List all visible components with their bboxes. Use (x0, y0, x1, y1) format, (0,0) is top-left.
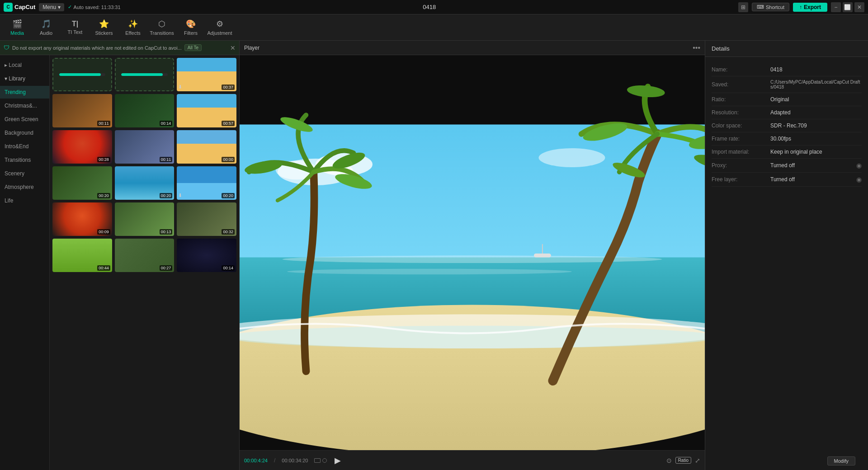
effects-label: Effects (125, 30, 140, 36)
detail-label-resolution: Resolution: (712, 109, 770, 116)
player-time-total: 00:00:34:20 (282, 458, 308, 463)
media-thumb-7[interactable]: 00:28 (52, 130, 112, 164)
media-thumb-5[interactable]: 00:14 (115, 94, 175, 127)
media-thumb-8[interactable]: 00:11 (115, 130, 175, 164)
export-button[interactable]: ↑ Export (793, 3, 827, 12)
audio-label: Audio (40, 30, 52, 36)
detail-row-import: Import material: Keep in original place (712, 146, 862, 159)
aspect-icon-2 (322, 458, 327, 463)
tool-adjustment[interactable]: ⚙ Adjustment (206, 16, 233, 39)
transitions-icon: ⬡ (158, 19, 165, 29)
aspect-icon-1 (314, 458, 321, 463)
media-thumb-12[interactable]: 00:20 ⬇ (177, 166, 236, 200)
filters-label: Filters (184, 30, 198, 36)
media-thumb-10[interactable]: 00:20 (52, 166, 112, 200)
media-thumb-16[interactable]: 00:44 (52, 239, 112, 272)
player-options-icon[interactable]: ••• (693, 44, 700, 52)
tool-filters[interactable]: 🎨 Filters (177, 16, 204, 39)
sidebar-item-scenery[interactable]: Scenery (0, 167, 49, 180)
duration-13: 00:09 (97, 229, 110, 235)
duration-5: 00:14 (160, 121, 173, 126)
detail-label-import: Import material: (712, 149, 770, 155)
media-thumb-14[interactable]: 00:13 (115, 202, 175, 236)
player-ctrl-icons: ⊙ Ratio ⤢ (666, 457, 700, 464)
expand-icon[interactable]: ⤢ (695, 457, 700, 464)
tool-media[interactable]: 🎬 Media (4, 16, 31, 39)
media-thumb-3[interactable]: 00:37 ⬇ (177, 58, 236, 91)
sidebar-item-atmosphere[interactable]: Atmosphere (0, 181, 49, 193)
minimize-button[interactable]: − (831, 2, 841, 12)
detail-value-freelayer: Turned off (770, 176, 856, 183)
details-title: Details (712, 45, 730, 52)
media-thumb-6[interactable]: 00:57 (177, 94, 236, 127)
close-button[interactable]: ✕ (854, 2, 864, 12)
media-thumb-9[interactable]: 00:00 (177, 130, 236, 164)
window-control-buttons: − ⬜ ✕ (831, 2, 864, 12)
media-thumb-4[interactable]: 00:11 (52, 94, 112, 127)
download-icon-12[interactable]: ⬇ (178, 193, 182, 198)
detail-value-proxy: Turned off (770, 162, 856, 169)
time-separator: / (274, 457, 275, 464)
detail-label-ratio: Ratio: (712, 96, 770, 103)
play-button[interactable]: ▶ (331, 454, 344, 467)
sidebar-item-greenscreen[interactable]: Green Screen (0, 113, 49, 126)
tool-effects[interactable]: ✨ Effects (119, 16, 146, 39)
media-thumb-18[interactable]: 00:14 (177, 239, 236, 272)
tool-text[interactable]: T| TI Text (61, 16, 89, 39)
toolbar: 🎬 Media 🎵 Audio T| TI Text ⭐ Stickers ✨ … (0, 14, 868, 41)
sidebar-item-life[interactable]: Life (0, 194, 49, 207)
tool-transitions[interactable]: ⬡ Transitions (148, 16, 175, 39)
freelayer-toggle-icon[interactable]: ◉ (856, 176, 862, 183)
ratio-button[interactable]: Ratio (675, 457, 691, 464)
duration-3: 00:37 (222, 85, 235, 90)
detail-value-import: Keep in original place (770, 149, 862, 155)
capcut-logo: C CapCut (4, 3, 35, 12)
text-label: TI Text (68, 29, 83, 35)
svg-point-4 (539, 148, 605, 167)
sidebar-item-intro[interactable]: Intro&End (0, 140, 49, 153)
sidebar-item-trending[interactable]: Trending (0, 86, 49, 99)
sidebar-item-library[interactable]: ▾ Library (0, 72, 49, 85)
proxy-toggle-icon[interactable]: ◉ (856, 162, 862, 169)
tool-audio[interactable]: 🎵 Audio (33, 16, 60, 39)
main-area: 🛡 Do not export any original materials w… (0, 41, 868, 470)
media-thumb-13[interactable]: 00:09 (52, 202, 112, 236)
media-thumb-17[interactable]: 00:27 (115, 239, 175, 272)
sidebar-item-christmas[interactable]: Christmas&... (0, 99, 49, 112)
fullscreen-icon[interactable]: ⊙ (666, 457, 672, 464)
svg-point-7 (287, 269, 572, 275)
duration-15: 00:32 (222, 229, 235, 235)
duration-12: 00:20 (222, 193, 235, 198)
notification-close-icon[interactable]: ✕ (230, 44, 236, 52)
grid-view-button[interactable]: ⊞ (738, 2, 748, 12)
upload-bar-1[interactable] (52, 58, 112, 91)
media-thumb-15[interactable]: 00:32 (177, 202, 236, 236)
center-panel: Player ••• (240, 41, 705, 470)
detail-row-framerate: Frame rate: 30.00fps (712, 132, 862, 146)
media-icon: 🎬 (12, 19, 22, 29)
upload-bar-2[interactable] (115, 58, 175, 91)
stickers-icon: ⭐ (99, 19, 109, 29)
sidebar-item-background[interactable]: Background (0, 127, 49, 139)
right-panel: Details Name: 0418 Saved: C:/Users/MyPC/… (705, 41, 868, 470)
tool-stickers[interactable]: ⭐ Stickers (90, 16, 118, 39)
player-area[interactable] (240, 55, 705, 450)
modify-button[interactable]: Modify (827, 456, 855, 465)
text-icon: T| (72, 20, 78, 28)
duration-18: 00:14 (222, 265, 235, 271)
sidebar-item-transitions[interactable]: Transitions (0, 154, 49, 166)
duration-16: 00:44 (97, 265, 110, 271)
maximize-button[interactable]: ⬜ (843, 2, 853, 12)
details-header: Details (705, 41, 868, 57)
menu-button[interactable]: Menu ▾ (39, 3, 64, 11)
all-te-button[interactable]: All Te (184, 44, 202, 51)
adjustment-icon: ⚙ (216, 19, 223, 29)
detail-label-colorspace: Color space: (712, 122, 770, 129)
media-label: Media (10, 30, 24, 36)
sidebar-item-local[interactable]: ▸ Local (0, 59, 49, 71)
shortcut-button[interactable]: ⌨ Shortcut (752, 3, 789, 11)
media-thumb-11[interactable]: 00:20 (115, 166, 175, 200)
download-icon-3[interactable]: ⬇ (178, 84, 182, 90)
svg-rect-20 (534, 254, 551, 257)
duration-17: 00:27 (160, 265, 173, 271)
